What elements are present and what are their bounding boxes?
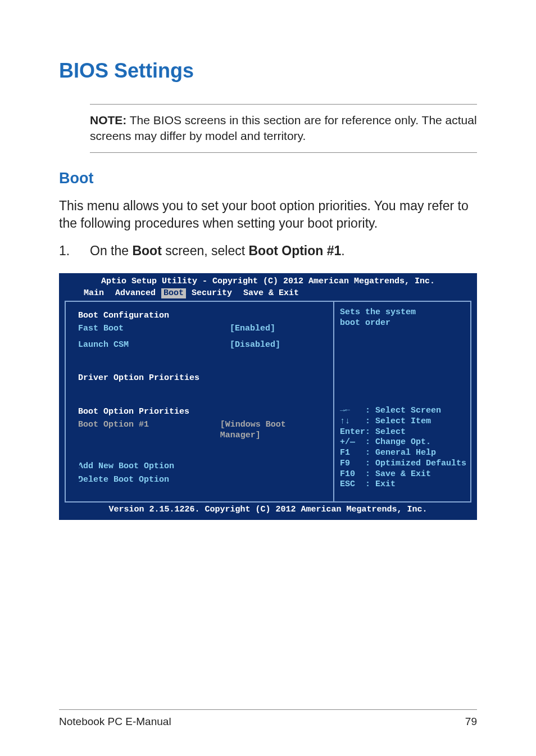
driver-priorities-heading: Driver Option Priorities	[78, 373, 324, 384]
bios-tab-advanced[interactable]: Advanced	[110, 288, 161, 299]
add-new-boot-row[interactable]: Add New Boot Option	[78, 461, 324, 472]
step-1: 1. On the Boot screen, select Boot Optio…	[59, 242, 477, 260]
help-f10: F10 : Save & Exit	[340, 469, 465, 480]
help-enter: Enter: Select	[340, 427, 465, 438]
page-title: BIOS Settings	[59, 59, 477, 83]
bios-tab-security[interactable]: Security	[186, 288, 238, 299]
note-block: NOTE: The BIOS screens in this section a…	[90, 104, 477, 153]
boot-option-1-label: Boot Option #1	[78, 420, 220, 441]
bios-footer-bar: Version 2.15.1226. Copyright (C) 2012 Am…	[60, 504, 476, 519]
delete-boot-row[interactable]: Delete Boot Option	[78, 475, 324, 486]
launch-csm-value: [Disabled]	[230, 340, 280, 351]
step-number: 1.	[59, 242, 90, 260]
launch-csm-label: Launch CSM	[78, 340, 230, 351]
help-select-screen: →← : Select Screen	[340, 406, 465, 417]
boot-priorities-heading: Boot Option Priorities	[78, 407, 324, 418]
help-change-opt: +/— : Change Opt.	[340, 437, 465, 448]
footer-left-text: Notebook PC E-Manual	[59, 716, 171, 728]
chevron-right-icon	[75, 476, 81, 484]
step-opt-word: Boot Option #1	[249, 243, 342, 258]
bios-tab-boot[interactable]: Boot	[161, 288, 186, 299]
add-new-boot-label: Add New Boot Option	[78, 461, 174, 471]
fast-boot-row[interactable]: Fast Boot [Enabled]	[78, 324, 324, 334]
help-f9: F9 : Optimized Defaults	[340, 459, 465, 469]
bios-tab-main[interactable]: Main	[78, 288, 110, 299]
step-boot-word: Boot	[132, 243, 161, 258]
chevron-right-icon	[75, 463, 81, 470]
bios-title-bar: Aptio Setup Utility - Copyright (C) 2012…	[60, 274, 476, 288]
step-post: .	[341, 243, 344, 258]
note-text: The BIOS screens in this section are for…	[90, 114, 477, 142]
fast-boot-label: Fast Boot	[78, 324, 230, 334]
note-label: NOTE:	[90, 114, 126, 126]
delete-boot-label: Delete Boot Option	[78, 475, 169, 485]
bios-body: Boot Configuration Fast Boot [Enabled] L…	[65, 301, 471, 503]
bios-tab-save-exit[interactable]: Save & Exit	[238, 288, 305, 299]
step-body: On the Boot screen, select Boot Option #…	[90, 242, 345, 260]
bios-screen: Aptio Setup Utility - Copyright (C) 2012…	[59, 273, 477, 520]
step-pre: On the	[90, 243, 132, 258]
boot-option-1-value: [Windows Boot Manager]	[220, 420, 324, 441]
boot-option-1-row[interactable]: Boot Option #1 [Windows Boot Manager]	[78, 420, 324, 441]
bios-help-description: Sets the system boot order	[340, 307, 465, 329]
boot-config-heading: Boot Configuration	[78, 311, 324, 322]
bios-help-keys: →← : Select Screen ↑↓ : Select Item Ente…	[340, 406, 465, 496]
fast-boot-value: [Enabled]	[230, 324, 275, 334]
footer-page-number: 79	[465, 716, 477, 728]
bios-left-pane: Boot Configuration Fast Boot [Enabled] L…	[65, 301, 333, 503]
bios-tabs: Main Advanced Boot Security Save & Exit	[60, 288, 476, 301]
bios-right-pane: Sets the system boot order →← : Select S…	[333, 301, 471, 503]
step-mid: screen, select	[162, 243, 249, 258]
page-footer: Notebook PC E-Manual 79	[59, 709, 477, 728]
launch-csm-row[interactable]: Launch CSM [Disabled]	[78, 340, 324, 351]
section-title-boot: Boot	[59, 170, 477, 187]
help-f1: F1 : General Help	[340, 448, 465, 459]
intro-paragraph: This menu allows you to set your boot op…	[59, 197, 477, 232]
help-esc: ESC : Exit	[340, 479, 465, 490]
help-select-item: ↑↓ : Select Item	[340, 417, 465, 427]
